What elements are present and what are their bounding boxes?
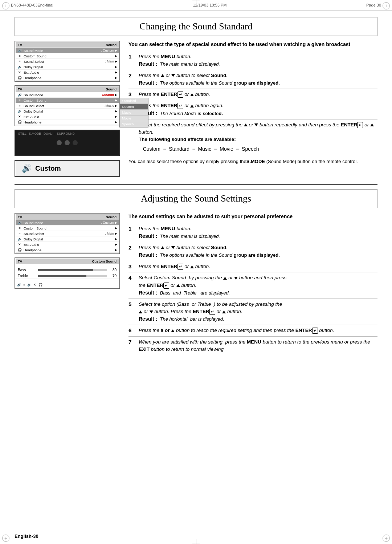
step1-content: Press the MENU button. Result : The main… (139, 53, 377, 68)
s2-step4-content: Select Custom Sound by pressing the or b… (139, 274, 377, 297)
tv-label-1: TV (18, 43, 22, 47)
tv-screen-4-header: TV Custom Sound (16, 259, 119, 264)
tv-label-2: TV (18, 87, 22, 91)
section1-step-1: 1 Press the MENU button. Result : The ma… (128, 51, 377, 70)
tv3-row-custom-sound: ≡ Custom Sound ▶ (16, 226, 119, 231)
tv4-icon-speaker2: 🔉 (27, 283, 31, 287)
headphone-icon-3: 🎧 (17, 248, 22, 252)
section2-step-7: 7 When you are satisfied with the settin… (128, 337, 377, 356)
menu-icon-1b: ≡ (17, 60, 22, 63)
section1-screens-col: TV Sound 🔊 Sound Mode : Custom ▶ ≡ Custo… (15, 41, 120, 177)
bass-value: 80 (109, 268, 117, 272)
s2-step1-content: Press the MENU button. Result : The main… (139, 225, 377, 240)
submenu-panel: Standard Custom Music Movie Speech (119, 98, 148, 127)
x-icon-3: ✕ (17, 243, 22, 246)
section2-instructions: The sound settings can be adusted to sui… (128, 213, 377, 355)
step2-content: Press the or button to select Sound. Res… (139, 72, 377, 87)
tv2-row-custom-sound: ≡ Custom Sound ▶ Standard Custom Music M… (16, 98, 119, 103)
headphone-icon-2: 🎧 (17, 120, 22, 124)
menu-icon-2a: ≡ (17, 98, 22, 102)
s2-step7-main: When you are satisfied with the setting,… (139, 338, 377, 353)
tv1-row-sound-mode: 🔊 Sound Mode : Custom ▶ (16, 48, 119, 53)
menu-icon-2b: ≡ (17, 104, 22, 107)
speaker-icon-1: 🔊 (17, 49, 22, 52)
step5-content: Select the required sound effect by pres… (139, 121, 377, 153)
section1-step-3: 3 Press the ENTER↵ or button. (128, 89, 377, 100)
step5-options: Custom – Standard – Music – Movie – Spee… (139, 145, 377, 153)
tv3-row-sound-mode: 🔊 Sound Mode : Custom ▶ (16, 220, 119, 226)
s2-step3-num: 3 (128, 263, 136, 270)
submenu-music: Music (120, 110, 148, 115)
speaker2-icon-2: 🔉 (17, 109, 22, 113)
s2-step2-num: 2 (128, 244, 136, 259)
tv4-icon-x: ✕ (33, 283, 36, 287)
page-footer: English-30 (15, 533, 38, 539)
remote-dot-3 (73, 140, 78, 145)
speaker-icon-3: 🔊 (17, 221, 22, 224)
s2-step1-num: 1 (128, 225, 136, 240)
tv4-row-bass: Bass 80 (16, 267, 119, 273)
s2-step2-content: Press the or button to select Sound. Res… (139, 244, 377, 259)
section2-title-box: Adjusting the Sound Settings (15, 189, 377, 208)
section1-content: TV Sound 🔊 Sound Mode : Custom ▶ ≡ Custo… (15, 41, 377, 177)
section2-step-3: 3 Press the ENTER↵ or button. (128, 261, 377, 272)
treble-bar (38, 275, 107, 277)
bass-bar (38, 269, 107, 271)
s2-step5-content: Select the option (Bass or Treble ) to b… (139, 301, 377, 323)
menu-icon-3a: ≡ (17, 226, 22, 230)
reg-mark-bottom-left (2, 535, 9, 542)
treble-fill (38, 275, 86, 277)
s2-step7-num: 7 (128, 338, 136, 353)
section2-step-6: 6 Press the ¥ or button to reach the req… (128, 325, 377, 336)
s2-step5-result: Result : The horiontal bar is displayed. (139, 315, 377, 323)
tv2-row-headphone: 🎧 Headphone ▶ (16, 119, 119, 125)
step3-num: 3 (128, 91, 136, 98)
menu-icon-1a: ≡ (17, 54, 22, 58)
s2-step5-num: 5 (128, 301, 136, 323)
tv4-icons-row: 🔊 ≡ 🔉 ✕ 🎧 (16, 282, 119, 288)
section2-step-5: 5 Select the option (Bass or Treble ) to… (128, 299, 377, 325)
speaker2-icon-3: 🔉 (17, 237, 22, 241)
section1-note: You can also select these options by sim… (128, 158, 377, 165)
section1-step-2: 2 Press the or button to select Sound. R… (128, 70, 377, 89)
step2-num: 2 (128, 72, 136, 87)
tv-screen-3-header: TV Sound (16, 214, 119, 220)
remote-brand-label: STILL S.MODE DUAL II SURROUND (18, 132, 75, 135)
section2-subtitle: The sound settings can be adusted to sui… (128, 213, 377, 220)
s2-step6-content: Press the ¥ or button to reach the requi… (139, 327, 377, 334)
header-left: BN68-448D-03Eng-final (11, 3, 53, 7)
sound-label-3: Sound (106, 215, 117, 219)
s2-step6-num: 6 (128, 327, 136, 334)
speaker-icon-2: 🔊 (17, 93, 22, 97)
tv-label-4: TV (18, 259, 22, 263)
x-icon-2: ✕ (17, 115, 22, 118)
tv4-row-spacer2 (16, 279, 119, 282)
treble-value: 70 (109, 274, 117, 278)
section1-subtitle: You can select the type of special sound… (128, 41, 377, 48)
x-icon-1: ✕ (17, 70, 22, 74)
tv-screen-2-header: TV Sound (16, 86, 119, 92)
tv2-row-sound-select: ≡ Sound Select : Music ▶ (16, 103, 119, 109)
tv1-row-dolby: 🔉 Dolby Digital ▶ (16, 64, 119, 70)
sound-label-2: Sound (106, 87, 117, 91)
bass-label: Bass (18, 268, 36, 272)
custom-label-text: Custom (35, 165, 61, 172)
submenu-standard: Standard (120, 98, 148, 104)
s2-step5-main: Select the option (Bass or Treble ) to b… (139, 301, 377, 316)
tv1-row-sound-select: ≡ Sound Select : Main ▶ (16, 59, 119, 64)
tv3-row-ext-audio: ✕ Ext. Audio ▶ (16, 242, 119, 247)
step4-main: Press the ENTER↵ or button again. (139, 102, 377, 109)
reg-mark-top-right (383, 2, 390, 9)
section1-instructions: You can select the type of special sound… (128, 41, 377, 177)
section-divider (15, 184, 377, 185)
bass-fill (38, 269, 93, 271)
step1-main: Press the MENU button. (139, 53, 377, 60)
reg-mark-bottom-right (383, 535, 390, 542)
submenu-movie: Movie (120, 115, 148, 121)
tv-screen-4: TV Custom Sound Bass 80 Treble 70 (15, 257, 120, 289)
tv1-row-headphone: 🎧 Headphone ▶ (16, 75, 119, 81)
submenu-speech: Speech (120, 121, 148, 127)
s2-step2-result: Result : The options available in the So… (139, 251, 377, 259)
tv4-row-spacer1 (16, 264, 119, 267)
top-crosshair (192, 0, 200, 5)
